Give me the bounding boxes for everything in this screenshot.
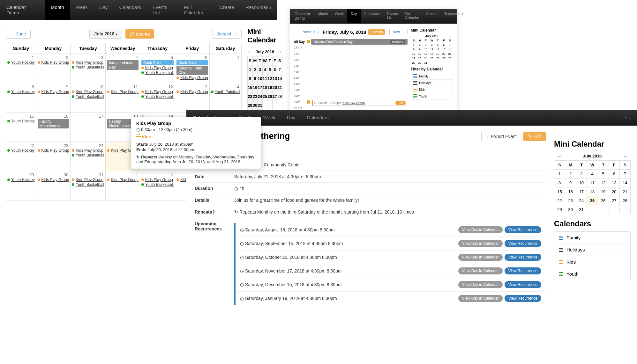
- event-link[interactable]: Kids Play Group: [41, 90, 69, 94]
- day-cell[interactable]: 8Youth Hockey: [6, 83, 36, 113]
- day-cell[interactable]: 3Kids Play GroupYouth Basketball: [71, 54, 106, 83]
- export-button[interactable]: Export Event: [481, 132, 521, 141]
- mini-calendar-day[interactable]: ←July 2018→ SMTWTFS 12345678910111213141…: [411, 34, 453, 65]
- day-cell[interactable]: 22Youth Hockey: [6, 142, 36, 171]
- calendar-item[interactable]: Youth: [554, 268, 630, 280]
- calendar-item[interactable]: Family: [554, 232, 630, 244]
- event-bar[interactable]: Book Sale: [176, 60, 208, 65]
- event-link[interactable]: Kids Play Group: [111, 90, 139, 94]
- event-link[interactable]: Youth Hockey: [11, 60, 35, 65]
- prev-day-button[interactable]: ← Previous: [294, 29, 318, 35]
- month-picker[interactable]: July 2018: [89, 29, 122, 39]
- event-bar[interactable]: National Fried Chic: [176, 66, 208, 75]
- nav-item-full-calendar[interactable]: Full Calendar: [178, 0, 214, 20]
- day-cell[interactable]: 12Kids Play GroupYouth Basketball: [140, 83, 175, 113]
- nav-item-week[interactable]: Week: [70, 0, 94, 20]
- day-cell[interactable]: 16Facility Maintenance: [36, 113, 71, 142]
- event-link[interactable]: Kids Play Group: [41, 148, 69, 153]
- day-cell[interactable]: 6Book SaleNational Fried ChicKids Play G…: [175, 54, 209, 83]
- mini-next[interactable]: →: [277, 47, 282, 56]
- nav-item-create[interactable]: Create: [214, 0, 240, 20]
- nav-item-events-list[interactable]: Events List: [147, 0, 178, 20]
- day-cell[interactable]: 31Kids Play GroupYouth Basketball: [71, 171, 106, 200]
- event-link[interactable]: Kids Play Group: [145, 178, 173, 182]
- event-link[interactable]: Youth Paintball: [215, 90, 240, 94]
- event-bar[interactable]: Independence Day: [107, 60, 139, 70]
- view-day-button[interactable]: View Day in Calendar: [458, 281, 503, 288]
- view-day-button[interactable]: View Day in Calendar: [458, 226, 503, 233]
- nav-item-day[interactable]: Day: [94, 0, 114, 20]
- event-link[interactable]: Youth Hockey: [11, 90, 35, 94]
- day-cell[interactable]: 1Kids Play Group: [106, 171, 140, 200]
- view-day-button[interactable]: View Day in Calendar: [458, 254, 503, 261]
- day-event[interactable]: 9:30am - 12:00pm Kids Play GroupKids: [312, 100, 407, 106]
- mini-calendar-event[interactable]: ←July 2018→ SMTWTFS 12345678910111213141…: [554, 152, 631, 214]
- event-link[interactable]: Kids Play Group: [76, 178, 103, 182]
- mini-prev[interactable]: ←: [248, 47, 252, 56]
- export-icon: [486, 134, 491, 139]
- event-link[interactable]: Youth Basketball: [76, 94, 104, 99]
- nav-item-month[interactable]: Month: [45, 0, 70, 20]
- event-link[interactable]: Kids Play Group: [111, 178, 139, 182]
- event-link[interactable]: Youth Basketball: [145, 70, 174, 75]
- brand[interactable]: Calendar Demo: [0, 0, 45, 20]
- mini-calendar[interactable]: ←July 2018→ SMTWTFS 12345678910111213141…: [247, 47, 282, 110]
- allday-event[interactable]: National Fried Chicken Day Holidays: [311, 39, 408, 45]
- day-cell[interactable]: 30Kids Play Group: [36, 171, 71, 200]
- day-cell[interactable]: 10Kids Play GroupYouth Basketball: [71, 83, 106, 113]
- prev-month-button[interactable]: ← June: [6, 29, 31, 39]
- next-day-button[interactable]: Next →: [389, 29, 408, 35]
- calendar-item[interactable]: Kids: [554, 256, 630, 268]
- view-day-button[interactable]: View Day in Calendar: [458, 295, 503, 302]
- view-recurrence-button[interactable]: View Recurrence: [505, 254, 541, 261]
- view-recurrence-button[interactable]: View Recurrence: [505, 267, 541, 274]
- event-link[interactable]: Youth Hockey: [11, 148, 35, 153]
- event-link[interactable]: Youth Basketball: [76, 153, 104, 157]
- view-recurrence-button[interactable]: View Recurrence: [505, 295, 541, 302]
- day-cell[interactable]: 24Kids Play GroupYouth Basketball: [71, 142, 106, 171]
- event-link[interactable]: Kids Play Group: [76, 60, 103, 65]
- event-bar[interactable]: Facility Maintenance: [38, 119, 69, 128]
- view-recurrence-button[interactable]: View Recurrence: [505, 240, 541, 247]
- day-cell[interactable]: 2Kids Play GroupYouth Basketball: [140, 171, 175, 200]
- day-cell[interactable]: 5Book SaleKids Play GroupYouth Basketbal…: [140, 54, 175, 83]
- event-link[interactable]: Youth Hockey: [11, 119, 35, 123]
- event-link[interactable]: Kids Play Group: [145, 90, 173, 94]
- day-cell[interactable]: 13Kids Play Group: [175, 83, 209, 113]
- next-month-button[interactable]: August →: [213, 29, 242, 39]
- day-cell[interactable]: 17: [71, 113, 106, 142]
- day-cell[interactable]: 9Kids Play Group: [36, 83, 71, 113]
- event-link[interactable]: Kids Play Group: [76, 90, 103, 94]
- day-cell[interactable]: 1Youth Hockey: [6, 54, 36, 83]
- event-link[interactable]: Youth Basketball: [145, 94, 174, 99]
- event-link[interactable]: Youth Basketball: [76, 182, 104, 187]
- view-recurrence-button[interactable]: View Recurrence: [505, 226, 541, 233]
- calendar-item[interactable]: Holidays: [554, 244, 630, 256]
- event-link[interactable]: Youth Basketball: [76, 65, 104, 69]
- resources-dropdown[interactable]: Resources: [240, 0, 277, 20]
- day-cell[interactable]: 23Kids Play Group: [36, 142, 71, 171]
- view-day-button[interactable]: View Day in Calendar: [458, 240, 503, 247]
- recurrence-row: Saturday, November 17, 2018 at 4:30pm 8:…: [236, 264, 546, 278]
- event-link[interactable]: Youth Hockey: [11, 178, 35, 182]
- event-link[interactable]: Youth Basketball: [145, 182, 174, 187]
- nav-item-calendars[interactable]: Calendars: [114, 0, 147, 20]
- day-cell[interactable]: 15Youth Hockey: [6, 113, 36, 142]
- event-link[interactable]: Kids Play Group: [76, 148, 103, 153]
- day-cell[interactable]: 29Youth Hockey: [6, 171, 36, 200]
- day-cell[interactable]: 4Independence Day: [106, 54, 140, 83]
- day-cell[interactable]: 7: [209, 54, 242, 83]
- view-recurrence-button[interactable]: View Recurrence: [505, 281, 541, 288]
- event-link[interactable]: Kids Play Group: [180, 90, 208, 94]
- event-link[interactable]: Kids Play Group: [180, 76, 208, 80]
- event-link[interactable]: Kids Play Group: [41, 60, 69, 65]
- event-link[interactable]: Kids Play Group: [145, 66, 173, 70]
- day-cell[interactable]: 11Kids Play Group: [106, 83, 140, 113]
- edit-button[interactable]: Edit: [523, 132, 546, 141]
- event-bar[interactable]: Book Sale: [141, 60, 174, 65]
- view-day-button[interactable]: View Day in Calendar: [458, 267, 503, 274]
- event-link[interactable]: Kids Play Group: [41, 178, 69, 182]
- clock-icon: [240, 296, 245, 301]
- day-cell[interactable]: 2Kids Play Group: [36, 54, 71, 83]
- day-cell[interactable]: 14Youth Paintball: [209, 83, 242, 113]
